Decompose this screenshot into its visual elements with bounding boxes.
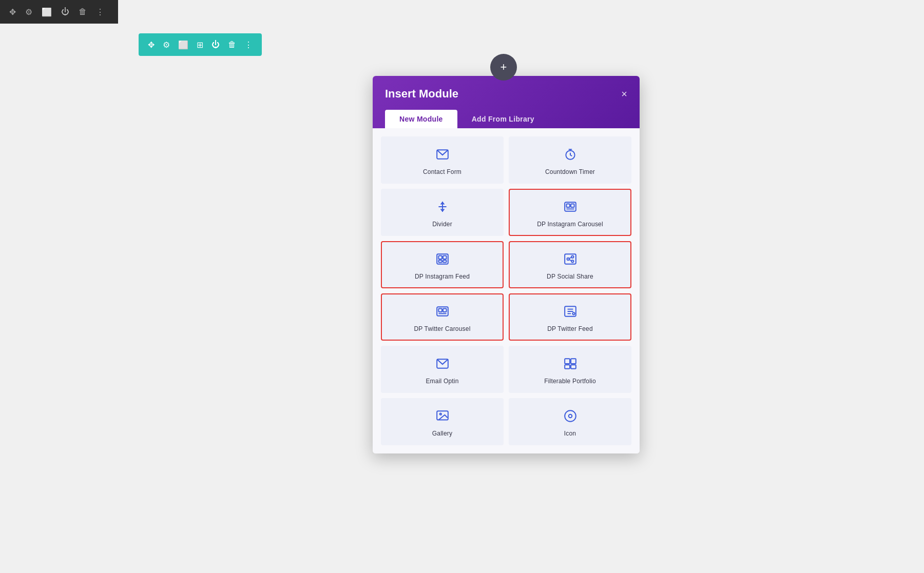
filterable-portfolio-icon — [564, 357, 577, 372]
svg-rect-6 — [571, 204, 574, 208]
dialog-title: Insert Module — [385, 87, 458, 101]
module-gallery[interactable]: Gallery — [381, 398, 504, 445]
dialog-body: Contact Form Countdown Timer — [373, 128, 640, 453]
timer-icon — [564, 148, 577, 163]
svg-rect-13 — [565, 254, 576, 264]
module-dp-twitter-carousel-label: DP Twitter Carousel — [414, 325, 470, 332]
module-gallery-label: Gallery — [432, 430, 452, 437]
module-contact-form-label: Contact Form — [423, 168, 461, 175]
module-email-optin[interactable]: Email Optin — [381, 346, 504, 393]
settings-icon[interactable]: ⚙ — [25, 7, 32, 17]
module-dp-instagram-feed-label: DP Instagram Feed — [415, 273, 470, 280]
svg-rect-12 — [443, 260, 447, 262]
row-power-icon[interactable]: ⏻ — [211, 40, 220, 49]
duplicate-icon[interactable]: ⬜ — [42, 7, 52, 17]
email-optin-icon — [436, 357, 449, 372]
instagram-carousel-icon — [564, 200, 577, 215]
row-columns-icon[interactable]: ⊞ — [197, 40, 203, 50]
module-dp-social-share-label: DP Social Share — [547, 273, 593, 280]
svg-point-15 — [571, 256, 573, 258]
module-contact-form[interactable]: Contact Form — [381, 136, 504, 184]
svg-rect-9 — [438, 256, 442, 260]
row-toolbar: ✥ ⚙ ⬜ ⊞ ⏻ 🗑 ⋮ — [139, 33, 262, 56]
svg-rect-32 — [571, 365, 576, 369]
svg-point-34 — [439, 413, 441, 415]
svg-point-14 — [567, 258, 569, 260]
svg-point-27 — [572, 312, 574, 314]
module-email-optin-label: Email Optin — [426, 378, 458, 385]
svg-rect-21 — [443, 309, 447, 312]
insert-module-button[interactable]: + — [490, 54, 517, 81]
modules-grid: Contact Form Countdown Timer — [381, 136, 631, 445]
svg-rect-5 — [566, 204, 570, 208]
svg-point-35 — [565, 410, 576, 422]
module-countdown-timer[interactable]: Countdown Timer — [509, 136, 631, 184]
dialog-header: Insert Module × New Module Add From Libr… — [373, 76, 640, 128]
svg-rect-20 — [438, 309, 442, 312]
twitter-feed-icon — [564, 305, 577, 320]
move-icon[interactable]: ✥ — [9, 7, 16, 17]
dialog-tabs: New Module Add From Library — [385, 110, 627, 128]
module-countdown-timer-label: Countdown Timer — [545, 168, 595, 175]
module-dp-social-share[interactable]: DP Social Share — [509, 241, 631, 288]
icon-module-icon — [564, 409, 577, 425]
module-dp-instagram-carousel[interactable]: DP Instagram Carousel — [509, 189, 631, 236]
top-toolbar: ✥ ⚙ ⬜ ⏻ 🗑 ⋮ — [0, 0, 118, 24]
email-icon — [436, 148, 449, 163]
module-dp-twitter-feed[interactable]: DP Twitter Feed — [509, 293, 631, 341]
power-icon[interactable]: ⏻ — [61, 7, 69, 16]
svg-rect-30 — [571, 359, 576, 364]
insert-module-dialog: Insert Module × New Module Add From Libr… — [373, 76, 640, 453]
instagram-feed-icon — [436, 252, 449, 268]
module-divider-label: Divider — [432, 221, 452, 228]
svg-rect-10 — [443, 256, 447, 260]
dialog-close-button[interactable]: × — [621, 88, 627, 100]
row-delete-icon[interactable]: 🗑 — [228, 40, 236, 49]
row-settings-icon[interactable]: ⚙ — [163, 40, 170, 50]
tab-add-from-library[interactable]: Add From Library — [457, 110, 549, 128]
svg-point-16 — [571, 260, 573, 262]
module-dp-twitter-carousel[interactable]: DP Twitter Carousel — [381, 293, 504, 341]
twitter-carousel-icon — [436, 305, 449, 320]
svg-rect-31 — [565, 365, 570, 369]
module-filterable-portfolio[interactable]: Filterable Portfolio — [509, 346, 631, 393]
more-icon[interactable]: ⋮ — [96, 7, 104, 17]
module-dp-instagram-feed[interactable]: DP Instagram Feed — [381, 241, 504, 288]
gallery-icon — [436, 409, 449, 425]
module-icon[interactable]: Icon — [509, 398, 631, 445]
module-divider[interactable]: Divider — [381, 189, 504, 236]
social-share-icon — [564, 252, 577, 268]
plus-icon: + — [500, 61, 507, 74]
divider-icon — [436, 200, 449, 215]
svg-line-17 — [569, 258, 571, 259]
module-filterable-portfolio-label: Filterable Portfolio — [544, 378, 596, 385]
svg-rect-33 — [437, 411, 448, 420]
module-icon-label: Icon — [564, 430, 576, 437]
svg-rect-11 — [438, 260, 442, 262]
svg-line-18 — [569, 260, 571, 261]
svg-rect-29 — [565, 359, 570, 364]
svg-point-36 — [568, 414, 572, 418]
tab-new-module[interactable]: New Module — [385, 110, 457, 128]
delete-icon[interactable]: 🗑 — [79, 7, 87, 16]
module-dp-instagram-carousel-label: DP Instagram Carousel — [537, 221, 603, 228]
row-duplicate-icon[interactable]: ⬜ — [178, 40, 188, 50]
row-more-icon[interactable]: ⋮ — [244, 40, 253, 50]
module-dp-twitter-feed-label: DP Twitter Feed — [547, 325, 593, 332]
row-move-icon[interactable]: ✥ — [148, 40, 155, 50]
